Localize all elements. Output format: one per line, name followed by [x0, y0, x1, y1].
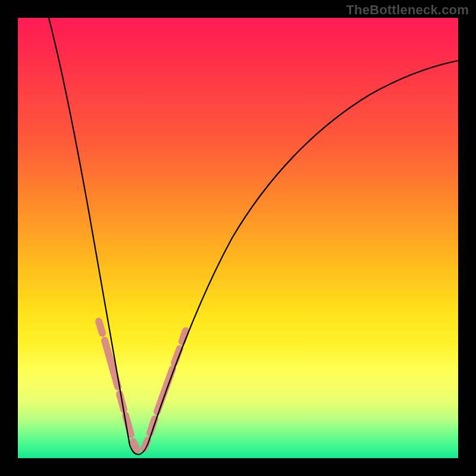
- curves-svg: [18, 18, 458, 458]
- highlight-seg-1: [99, 321, 102, 333]
- highlight-seg-8: [157, 369, 173, 412]
- watermark-text: TheBottleneck.com: [346, 2, 469, 18]
- plot-area: [18, 18, 458, 458]
- bottleneck-curve: [49, 18, 458, 455]
- chart-frame: TheBottleneck.com: [0, 0, 476, 476]
- highlight-seg-5: [133, 441, 137, 450]
